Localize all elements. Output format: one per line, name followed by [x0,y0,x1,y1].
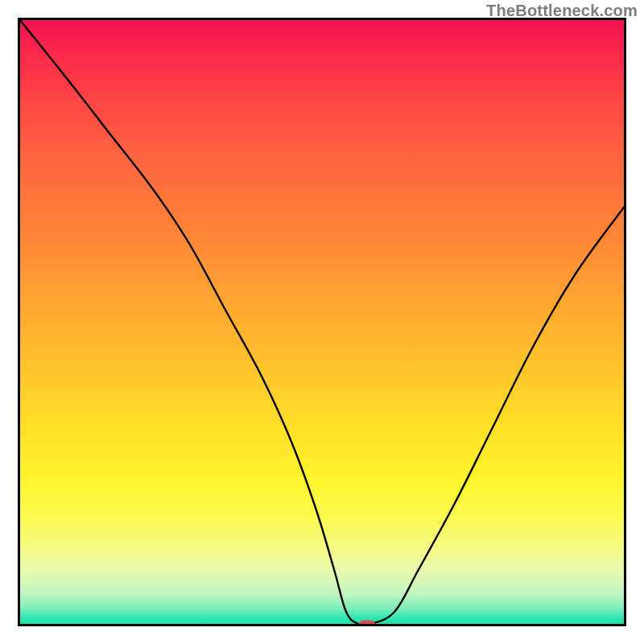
watermark-text: TheBottleneck.com [486,2,638,20]
plot-area [18,18,626,626]
bottleneck-curve-path [20,20,624,624]
curve-svg [20,20,624,624]
chart-frame: TheBottleneck.com [0,0,644,644]
optimal-point-marker [358,621,376,626]
